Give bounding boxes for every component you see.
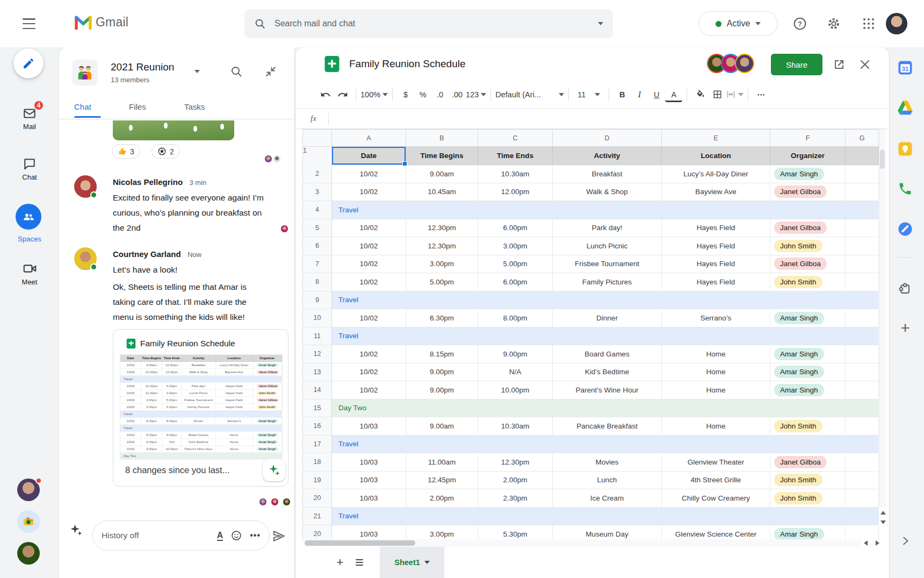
chat-search-icon[interactable] — [230, 65, 243, 78]
space-avatar[interactable] — [72, 60, 98, 85]
vertical-scrollbar[interactable] — [879, 129, 886, 508]
sheet-row[interactable]: 510/0212.30pm6.00pmPark day!Hayes FieldJ… — [303, 219, 879, 238]
main-menu-icon[interactable] — [21, 17, 37, 31]
borders-icon[interactable] — [709, 86, 726, 103]
sheet-row-travel[interactable]: 9Travel — [303, 291, 879, 310]
selected-cell-a1[interactable]: Date — [332, 147, 406, 165]
ai-summary-button[interactable] — [263, 459, 285, 481]
all-sheets-icon[interactable] — [350, 553, 369, 572]
drive-icon[interactable] — [896, 98, 915, 117]
column-header-strip[interactable]: A B C D E F G — [303, 130, 879, 147]
underline-button[interactable]: U — [648, 86, 665, 103]
sheet-row[interactable]: 1210/028.15pm9.00pmBoard GamesHomeAmar S… — [303, 345, 879, 363]
add-sheet-button[interactable]: + — [330, 553, 350, 572]
keep-icon[interactable] — [896, 139, 915, 159]
sheet-row[interactable]: 810/025.00pm6.00pmFamily PicturesHayes F… — [303, 273, 879, 291]
message-sender[interactable]: Nicolas Pellegrino — [113, 177, 183, 187]
message-input[interactable]: History off — [102, 531, 210, 540]
sheet-row-travel[interactable]: 11Travel — [303, 327, 879, 346]
photo-message[interactable] — [113, 120, 234, 140]
redo-icon[interactable] — [334, 86, 351, 103]
font-size-selector[interactable]: 11 — [573, 86, 604, 103]
expand-rail-chevron-icon[interactable] — [896, 531, 915, 551]
text-color-button[interactable]: A — [665, 89, 682, 102]
message-composer[interactable]: History off A ••• — [92, 520, 270, 551]
fill-color-icon[interactable] — [691, 86, 709, 103]
sheet-row-daytwo[interactable]: 15Day Two — [303, 399, 879, 418]
format-currency-button[interactable]: $ — [397, 86, 414, 103]
sheet-row[interactable]: 610/0212.30pm3.00pmLunch PicnicHayes Fie… — [303, 237, 879, 255]
sheet-row[interactable]: 1910/0312.45pm2.00pmLunch4th Street Gril… — [303, 472, 879, 490]
sheets-file-card[interactable]: Family Reunion Schedule DateTime BeginsT… — [113, 329, 288, 487]
search-input[interactable]: Search mail and chat — [275, 19, 598, 28]
send-icon[interactable] — [272, 529, 286, 543]
sheet-header-row[interactable]: 1 Date Time Begins Time Ends Activity Lo… — [303, 147, 879, 165]
sheet-row[interactable]: 1010/026.30pm8.00pmDinnerSerrano’sAmar S… — [303, 309, 879, 327]
spaces-label[interactable]: Spaces — [0, 235, 59, 243]
sheet-row[interactable]: 1410/029.00pm10.00pmParent’s Wine HourHo… — [303, 381, 879, 399]
reaction-thumbs-up[interactable]: 3 — [112, 144, 140, 159]
sheet-row-travel[interactable]: 4Travel — [303, 201, 879, 219]
format-text-icon[interactable]: A — [217, 531, 223, 541]
google-apps-grid-icon[interactable] — [858, 13, 879, 34]
merge-cells-icon[interactable] — [726, 86, 743, 103]
search-options-chevron-icon[interactable] — [598, 22, 603, 25]
compose-button[interactable] — [13, 48, 44, 79]
message-sender[interactable]: Courtney Garland — [113, 249, 181, 259]
settings-gear-icon[interactable] — [823, 13, 844, 34]
add-panel-app-icon[interactable]: + — [896, 318, 915, 338]
search-bar[interactable]: Search mail and chat — [244, 9, 613, 38]
tab-files[interactable]: Files — [129, 102, 146, 111]
spreadsheet-title[interactable]: Family Reunion Schedule — [349, 58, 466, 70]
sheet-row[interactable]: 310/0210.45am12.00pmWalk & ShopBayview A… — [303, 183, 879, 202]
decrease-decimal-button[interactable]: .0 — [431, 86, 449, 103]
tab-tasks[interactable]: Tasks — [184, 102, 205, 111]
share-button[interactable]: Share — [771, 54, 822, 75]
collapse-panel-icon[interactable] — [264, 65, 277, 78]
bold-button[interactable]: B — [613, 86, 631, 103]
scroll-right-arrow-icon[interactable] — [876, 540, 879, 546]
space-title[interactable]: 2021 Reunion — [111, 61, 174, 73]
sheet-row-travel[interactable]: 17Travel — [303, 436, 879, 454]
gemini-sparkle-icon[interactable] — [69, 523, 84, 538]
sheet-row[interactable]: 2010/032.00pm2.30pmIce CreamChilly Cow C… — [303, 489, 879, 508]
horizontal-scrollbar-thumb[interactable] — [305, 540, 415, 546]
sheet-row[interactable]: 710/023.00pm5.00pmFrisbee TournamentHaye… — [303, 255, 879, 274]
increase-decimal-button[interactable]: .00 — [449, 86, 466, 103]
scroll-left-arrow-icon[interactable] — [864, 540, 868, 546]
reaction-soccer[interactable]: 2 — [151, 144, 180, 159]
scroll-down-arrow-icon[interactable] — [880, 520, 886, 524]
sidebar-item-chat[interactable]: Chat — [0, 157, 59, 181]
space-menu-chevron-icon[interactable] — [194, 70, 200, 73]
emoji-icon[interactable] — [230, 530, 242, 541]
toolbar-more-icon[interactable]: ⋯ — [753, 86, 770, 103]
more-formats-button[interactable]: 123 — [466, 86, 486, 103]
open-in-new-icon[interactable] — [833, 58, 846, 71]
tasks-icon[interactable] — [896, 219, 915, 239]
voice-phone-icon[interactable] — [896, 179, 915, 198]
sheet-row[interactable]: 1610/039.00am10.30amPancake BreakfastHom… — [303, 417, 879, 436]
calendar-icon[interactable]: 31 — [896, 58, 915, 77]
sheet-tab-sheet1[interactable]: Sheet1 — [380, 547, 444, 578]
user-avatar[interactable] — [886, 13, 907, 34]
format-percent-button[interactable]: % — [414, 86, 431, 103]
sheet-row[interactable]: 1310/029.00pmN/AKid’s BedtimeHomeAmar Si… — [303, 363, 879, 382]
sidebar-item-spaces[interactable] — [16, 204, 41, 230]
formula-bar[interactable]: fx — [295, 109, 889, 129]
collaborator-avatar[interactable] — [736, 55, 753, 72]
vertical-scrollbar-thumb[interactable] — [880, 149, 885, 169]
sidebar-item-meet[interactable]: Meet — [0, 261, 59, 286]
help-button[interactable]: ? — [789, 13, 811, 34]
horizontal-scrollbar[interactable] — [302, 539, 861, 547]
undo-icon[interactable] — [317, 86, 334, 103]
extensions-puzzle-icon[interactable] — [896, 278, 915, 297]
sheet-row[interactable]: 1810/0311.00am12.30pmMoviesGlenview Thea… — [303, 453, 879, 472]
pinned-space-avatar[interactable] — [17, 510, 40, 533]
sheet-row[interactable]: 2010/033.00pm5.30pmMuseum DayGlenview Sc… — [303, 525, 879, 539]
tab-chat[interactable]: Chat — [74, 102, 91, 111]
status-selector[interactable]: Active — [698, 11, 778, 36]
scroll-up-arrow-icon[interactable] — [880, 511, 886, 515]
sidebar-item-mail[interactable]: 4 Mail — [0, 106, 59, 131]
close-panel-icon[interactable] — [858, 58, 871, 71]
italic-button[interactable]: I — [631, 86, 648, 103]
